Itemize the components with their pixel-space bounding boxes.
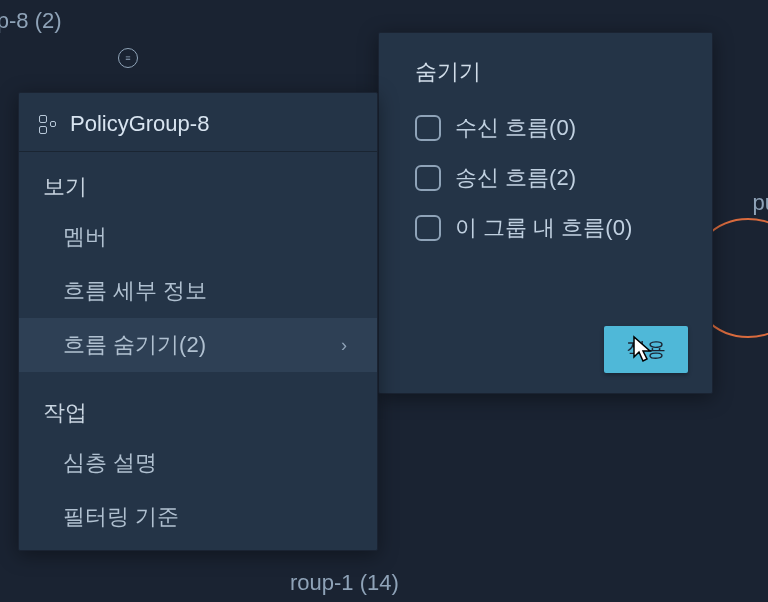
menu-item-label: 필터링 기준 — [63, 502, 179, 532]
checkbox-label: 이 그룹 내 흐름(0) — [455, 213, 632, 243]
menu-section-title: 작업 — [19, 390, 377, 436]
menu-item-filter-criteria[interactable]: 필터링 기준 — [19, 490, 377, 544]
menu-item-label: 심층 설명 — [63, 448, 157, 478]
context-menu-title: PolicyGroup-8 — [70, 111, 209, 137]
menu-item-hide-flows[interactable]: 흐름 숨기기(2) › — [19, 318, 377, 372]
menu-section-actions: 작업 심층 설명 필터링 기준 — [19, 378, 377, 550]
submenu-title: 숨기기 — [403, 57, 688, 87]
chevron-right-icon: › — [341, 335, 347, 356]
checkbox-icon — [415, 165, 441, 191]
menu-item-label: 흐름 숨기기(2) — [63, 330, 206, 360]
checkbox-icon — [415, 115, 441, 141]
checkbox-label: 수신 흐름(0) — [455, 113, 576, 143]
menu-item-label: 멤버 — [63, 222, 107, 252]
hide-flows-submenu: 숨기기 수신 흐름(0) 송신 흐름(2) 이 그룹 내 흐름(0) 적용 — [378, 32, 713, 394]
checkbox-incoming-flows[interactable]: 수신 흐름(0) — [403, 103, 688, 153]
menu-item-members[interactable]: 멤버 — [19, 210, 377, 264]
menu-section-title: 보기 — [19, 164, 377, 210]
menu-item-flow-details[interactable]: 흐름 세부 정보 — [19, 264, 377, 318]
menu-item-label: 흐름 세부 정보 — [63, 276, 207, 306]
checkbox-icon — [415, 215, 441, 241]
apply-button[interactable]: 적용 — [604, 326, 688, 373]
background-node-label: put — [752, 190, 768, 216]
background-node-label: roup-8 (2) — [0, 8, 62, 34]
checkbox-internal-flows[interactable]: 이 그룹 내 흐름(0) — [403, 203, 688, 253]
checkbox-outgoing-flows[interactable]: 송신 흐름(2) — [403, 153, 688, 203]
menu-item-deep-description[interactable]: 심층 설명 — [19, 436, 377, 490]
background-node-label: roup-1 (14) — [290, 570, 399, 596]
context-menu: PolicyGroup-8 보기 멤버 흐름 세부 정보 흐름 숨기기(2) ›… — [18, 92, 378, 551]
checkbox-label: 송신 흐름(2) — [455, 163, 576, 193]
menu-section-view: 보기 멤버 흐름 세부 정보 흐름 숨기기(2) › — [19, 152, 377, 378]
document-icon: ≡ — [118, 48, 138, 68]
context-menu-header: PolicyGroup-8 — [19, 93, 377, 152]
group-icon — [39, 115, 56, 134]
